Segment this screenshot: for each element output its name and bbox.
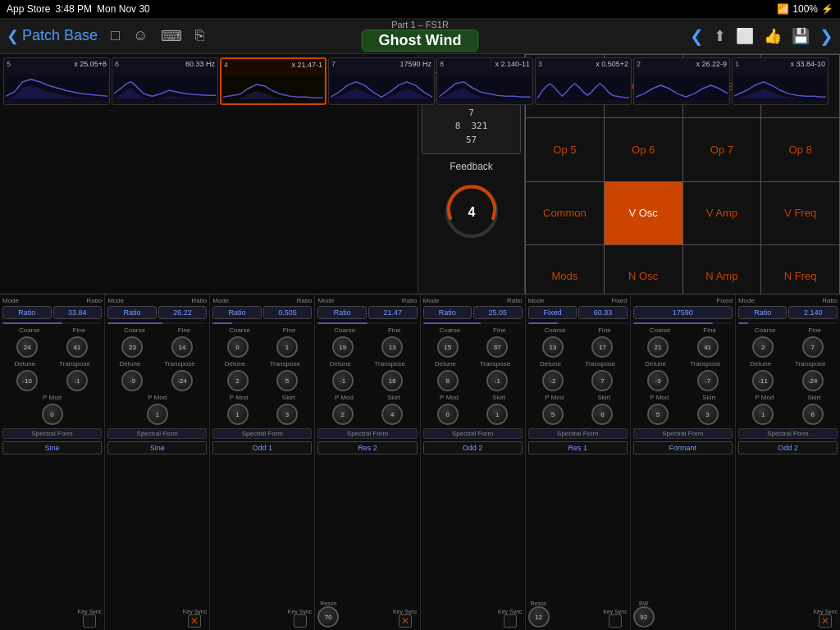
op7-fine-knob[interactable]: 41 [697, 336, 719, 358]
wave-op8[interactable]: 8 x 2.140-11 [436, 57, 533, 105]
op5-keysync-checkbox[interactable] [504, 614, 517, 628]
op8-pmod-knob[interactable]: 1 [752, 404, 774, 425]
prev-arrow-icon[interactable]: ❮ [690, 26, 704, 46]
op3-fine-knob[interactable]: 1 [276, 336, 298, 358]
op8-spectral-value[interactable]: Odd 2 [738, 441, 838, 454]
op3-pmod-knob[interactable]: 1 [227, 404, 249, 425]
op8-ratio-value[interactable]: 2.140 [788, 306, 838, 319]
person-icon[interactable]: ☺ [133, 27, 148, 45]
op5-spectral-value[interactable]: Odd 2 [423, 441, 523, 454]
op2-detune-knob[interactable]: -9 [121, 370, 143, 391]
op3-coarse-knob[interactable]: 0 [227, 336, 249, 358]
op2-mode-value[interactable]: Ratio [107, 306, 157, 319]
op1-coarse-knob[interactable]: 24 [16, 336, 38, 358]
op3-detune-knob[interactable]: 2 [227, 370, 249, 391]
op8-fine-knob[interactable]: 7 [802, 336, 824, 358]
keyboard-icon[interactable]: ⌨ [161, 27, 182, 45]
op7-transpose-knob[interactable]: -7 [697, 370, 719, 391]
back-button[interactable]: ❮ Patch Base [7, 27, 98, 45]
op5-skirt-knob[interactable]: 1 [486, 404, 508, 425]
op1-ratio-value[interactable]: 33.84 [53, 306, 103, 319]
op1-transpose-knob[interactable]: -1 [66, 370, 88, 391]
document-icon[interactable]: □ [111, 27, 120, 45]
op7-spectral-value[interactable]: Formant [633, 441, 733, 454]
grid-common[interactable]: Common [526, 182, 605, 245]
op6-transpose-knob[interactable]: 7 [591, 370, 613, 391]
op3-skirt-knob[interactable]: 3 [276, 404, 298, 425]
op7-detune-knob[interactable]: -9 [647, 370, 669, 391]
op1-detune-knob[interactable]: -10 [16, 370, 38, 391]
op3-ratio-value[interactable]: 0.505 [263, 306, 313, 319]
op4-keysync-checkbox[interactable]: ✕ [399, 614, 412, 628]
op2-spectral-value[interactable]: Sine [107, 441, 207, 454]
op3-spectral-value[interactable]: Odd 1 [212, 441, 312, 454]
op3-transpose-knob[interactable]: 5 [276, 370, 298, 391]
op5-detune-knob[interactable]: 8 [437, 370, 459, 391]
op6-pmod-knob[interactable]: 5 [542, 404, 564, 425]
wave-op2[interactable]: 2 x 26.22-9 [633, 57, 730, 105]
op2-keysync-checkbox[interactable]: ✕ [188, 614, 201, 628]
op4-coarse-knob[interactable]: 19 [332, 336, 354, 358]
op3-mode-value[interactable]: Ratio [212, 306, 262, 319]
op4-spectral-value[interactable]: Res 2 [317, 441, 417, 454]
op8-skirt-knob[interactable]: 6 [802, 404, 824, 425]
op1-spectral-value[interactable]: Sine [2, 441, 102, 454]
op7-pmod-knob[interactable]: 5 [647, 404, 669, 425]
op4-skirt-knob[interactable]: 4 [381, 404, 403, 425]
grid-vamp[interactable]: V Amp [683, 182, 762, 245]
upload-icon[interactable]: ⬆ [714, 27, 726, 45]
op6-keysync-checkbox[interactable] [609, 614, 622, 628]
op2-ratio-value[interactable]: 26.22 [158, 306, 208, 319]
wave-op4[interactable]: 4 x 21.47-1 [220, 57, 326, 105]
op1-fine-knob[interactable]: 41 [66, 336, 88, 358]
op1-pmod-knob[interactable]: 0 [42, 404, 63, 425]
grid-vosc[interactable]: V Osc [605, 182, 683, 245]
op8-transpose-knob[interactable]: -24 [802, 370, 824, 391]
op5-pmod-knob[interactable]: 0 [437, 404, 459, 425]
op4-pmod-knob[interactable]: 2 [332, 404, 354, 425]
op4-fine-knob[interactable]: 13 [381, 336, 403, 358]
op1-keysync-checkbox[interactable] [83, 614, 96, 628]
op6-freq-value[interactable]: 60.33 [578, 306, 628, 319]
op2-coarse-knob[interactable]: 23 [121, 336, 143, 358]
op8-mode-value[interactable]: Ratio [738, 306, 788, 319]
save-icon[interactable]: 💾 [792, 27, 810, 45]
op5-transpose-knob[interactable]: -1 [486, 370, 508, 391]
wave-op7[interactable]: 7 17590 Hz [328, 57, 435, 105]
op4-detune-knob[interactable]: -1 [332, 370, 354, 391]
op6-skirt-knob[interactable]: 6 [591, 404, 613, 425]
op2-pmod-knob[interactable]: 1 [147, 404, 168, 425]
like-icon[interactable]: 👍 [764, 27, 782, 45]
wave-op1[interactable]: 1 x 33.84-10 [732, 57, 829, 105]
op7-freq-value[interactable]: 17590 [633, 306, 733, 319]
op7-skirt-knob[interactable]: 3 [697, 404, 719, 425]
share-icon[interactable]: ⬜ [736, 27, 754, 45]
op1-mode-value[interactable]: Ratio [2, 306, 52, 319]
copy-icon[interactable]: ⎘ [195, 27, 204, 45]
wave-op5[interactable]: 5 x 25.05+8 [3, 57, 110, 105]
op4-ratio-value[interactable]: 21.47 [368, 306, 418, 319]
wave-op6[interactable]: 6 60.33 Hz [112, 57, 218, 105]
op6-mode-value[interactable]: Fixed [528, 306, 578, 319]
op2-transpose-knob[interactable]: -24 [171, 370, 193, 391]
patch-name[interactable]: Ghost Wind [362, 30, 479, 52]
op4-transpose-knob[interactable]: 16 [381, 370, 403, 391]
op5-coarse-knob[interactable]: 15 [437, 336, 459, 358]
op7-coarse-knob[interactable]: 21 [647, 336, 669, 358]
op6-coarse-knob[interactable]: 13 [542, 336, 564, 358]
op6-spectral-value[interactable]: Res 1 [528, 441, 628, 454]
grid-vfreq[interactable]: V Freq [761, 182, 840, 245]
op6-fine-knob[interactable]: 17 [591, 336, 613, 358]
op4-reson-knob[interactable]: 70 [317, 606, 339, 628]
op8-keysync-checkbox[interactable]: ✕ [819, 614, 832, 628]
op5-mode-value[interactable]: Ratio [423, 306, 472, 319]
op8-detune-knob[interactable]: -11 [752, 370, 774, 391]
wave-op3[interactable]: 3 x 0.505+2 [535, 57, 632, 105]
op2-fine-knob[interactable]: 14 [171, 336, 193, 358]
op6-detune-knob[interactable]: -2 [542, 370, 564, 391]
op8-coarse-knob[interactable]: 2 [752, 336, 774, 358]
op6-reson-knob[interactable]: 12 [528, 606, 550, 628]
op4-mode-value[interactable]: Ratio [317, 306, 367, 319]
op3-keysync-checkbox[interactable] [294, 614, 307, 628]
next-arrow-icon[interactable]: ❯ [819, 26, 833, 46]
